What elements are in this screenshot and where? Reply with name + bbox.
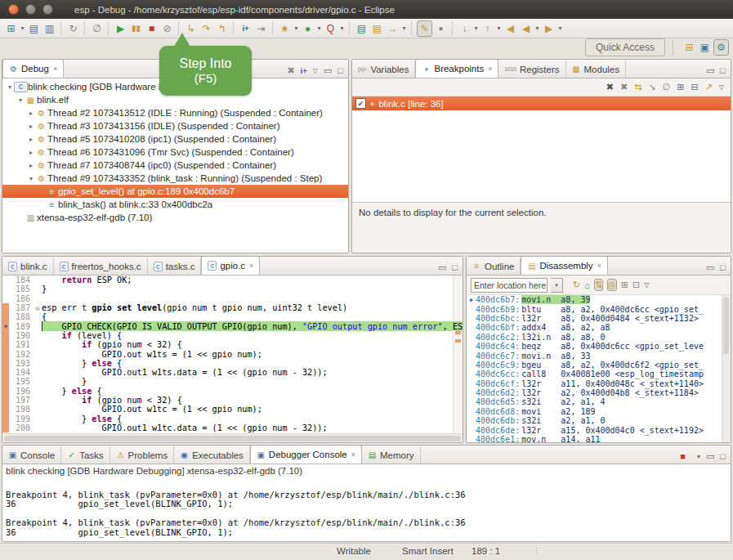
disassembly-row[interactable]: 400dc6d2:l32r a2, 0x400d04b8 <_stext+118… [467, 388, 731, 397]
expander-icon[interactable]: ▾ [6, 83, 14, 91]
show-pc-toggle[interactable]: ⇅ [594, 279, 603, 291]
instruction-stepping-button[interactable]: i+ [239, 21, 253, 36]
maximize-icon[interactable]: □ [720, 66, 726, 75]
step-filters-button[interactable]: ⇥ [254, 21, 268, 36]
code-line[interactable]: 192 GPIO.out_w1ts = (1 << gpio_num); [2, 349, 463, 358]
close-icon[interactable]: × [488, 65, 492, 73]
location-input[interactable]: Enter location here [471, 278, 548, 293]
refresh-button[interactable]: ↻ [573, 280, 580, 290]
scrollbar-thumb[interactable] [723, 297, 729, 354]
open-view-button[interactable]: ⊡ [632, 280, 640, 290]
sync-context-toggle[interactable]: ◎ [607, 279, 617, 291]
terminate-console-button[interactable]: ■ [680, 452, 686, 461]
code-line[interactable]: 200 GPIO.out1_w1tc.data = (1 << (gpio_nu… [2, 423, 463, 432]
view-menu-icon[interactable]: ▽ [644, 281, 649, 289]
code-line[interactable]: 196 } else { [2, 387, 463, 396]
next-annotation-dropdown[interactable]: ▾ [472, 21, 480, 36]
step-return-button[interactable]: ↰ [215, 21, 229, 36]
disassembly-row[interactable]: 400dc6bf:addx4 a8, a2, a8 [467, 323, 731, 332]
tab-debugger-console[interactable]: ▣Debugger Console× [250, 446, 362, 464]
import-breakpoints-button[interactable]: ↘ [648, 82, 655, 92]
tab-console[interactable]: ▣Console [2, 446, 61, 464]
minimize-icon[interactable]: ▭ [706, 263, 714, 272]
goto-file-button[interactable]: ↗ [705, 82, 713, 92]
current-code-line[interactable]: ◆189 GPIO_CHECK(GPIO_IS_VALID_OUTPUT_GPI… [2, 321, 463, 330]
code-line[interactable]: 184 return ESP_OK; [2, 276, 463, 284]
disassembly-row[interactable]: 400dc6cc:call8 0x40081e00 <esp_log_times… [467, 370, 731, 379]
debug-as-button[interactable]: ★ [278, 21, 292, 36]
debug-tree-row[interactable]: ▸⚙Thread #2 1073413512 (IDLE : Running) … [2, 106, 348, 119]
maximize-icon[interactable]: □ [337, 66, 343, 75]
collapse-all-button[interactable]: ⊟ [691, 82, 698, 92]
view-menu-icon[interactable]: ▽ [719, 83, 724, 91]
save-all-button[interactable]: ▥ [42, 21, 56, 36]
tab-modules[interactable]: ▦Modules [566, 60, 626, 78]
save-button[interactable]: ▤ [27, 21, 41, 36]
tab-gpio-c[interactable]: cgpio.c× [201, 257, 260, 275]
expander-icon[interactable]: ▸ [27, 136, 35, 143]
debug-tree-row[interactable]: ▸⚙Thread #7 1073408744 (ipc0) (Suspended… [2, 159, 348, 172]
code-line[interactable]: 185} [2, 284, 463, 293]
tab-problems[interactable]: ⚠Problems [110, 446, 175, 464]
mark-occurrences-button[interactable]: ✎ [417, 20, 432, 37]
location-dropdown[interactable]: ▾ [551, 278, 563, 293]
debug-tree-row[interactable]: ▾⚙Thread #9 1073433352 (blink_task : Run… [2, 172, 348, 185]
disassembly-row[interactable]: 400dc6c7:movi.n a8, 33 [467, 351, 731, 360]
disassembly-row[interactable]: 400dc6cf:l32r a11, 0x400d048c <_stext+11… [467, 379, 731, 388]
disassembly-row[interactable]: 400dc6d5:s32i a2, a1, 4 [467, 397, 731, 406]
skip-all-breakpoints-toggle[interactable]: ∅ [663, 82, 671, 92]
open-perspective-button[interactable]: ⊞ [682, 40, 696, 55]
remove-breakpoint-button[interactable]: ✖ [606, 82, 614, 92]
open-file-button[interactable]: ▤ [355, 21, 369, 36]
disconnect-button[interactable]: ⊘ [160, 21, 174, 36]
step-over-button[interactable]: ↷ [199, 21, 213, 36]
new-view-button[interactable]: ⊞ [621, 280, 628, 290]
skip-all-breakpoints-button[interactable]: ∅ [90, 21, 104, 36]
debug-as-dropdown[interactable]: ▾ [293, 21, 300, 36]
code-editor[interactable]: 184 return ESP_OK;185}186187⊖esp_err_t g… [2, 276, 463, 433]
code-line[interactable]: 188{ [2, 312, 463, 321]
debug-tree-row[interactable]: ▸⚙Thread #5 1073410208 (ipc1) (Suspended… [2, 132, 348, 146]
instruction-stepping-toggle[interactable]: i+ [301, 67, 307, 75]
expand-all-button[interactable]: ⊞ [677, 82, 684, 92]
tab-breakpoints[interactable]: ●Breakpoints× [415, 60, 498, 78]
new-dropdown[interactable]: ▾ [19, 21, 26, 36]
terminate-button[interactable]: ■ [145, 21, 159, 36]
expander-icon[interactable]: ▾ [16, 96, 25, 104]
forward-dropdown[interactable]: ▾ [556, 21, 564, 36]
debug-tree-row[interactable]: ▸⚙Thread #3 1073413156 (IDLE) (Suspended… [2, 119, 348, 132]
tab-memory[interactable]: ▤Memory [362, 446, 421, 464]
disassembly-row[interactable]: 400dc6db:s32i a2, a1, 0 [467, 416, 731, 425]
minimize-icon[interactable]: ▭ [438, 263, 446, 272]
expander-icon[interactable]: ▾ [27, 175, 35, 182]
next-annotation-button[interactable]: ↓ [458, 21, 472, 36]
expander-icon[interactable]: ▸ [27, 123, 35, 130]
stack-frame-row[interactable]: ≡blink_task() at blink.c:33 0x400dbc2a [2, 198, 348, 211]
disassembly-row[interactable]: 400dc6c2:l32i.n a8, a8, 0 [467, 333, 731, 342]
stack-frame-row[interactable]: ≡gpio_set_level() at gpio.c:189 0x400dc6… [2, 185, 348, 198]
previous-annotation-button[interactable]: ↑ [480, 21, 494, 36]
tab-tasks-c[interactable]: ctasks.c [148, 258, 202, 275]
window-close-button[interactable] [8, 4, 19, 15]
close-icon[interactable]: × [597, 262, 601, 270]
close-icon[interactable]: × [249, 262, 253, 270]
run-last-button[interactable]: → [386, 21, 400, 36]
close-icon[interactable]: × [351, 450, 355, 459]
code-line[interactable]: 186 [2, 294, 463, 303]
tab-variables[interactable]: (x)=Variables [352, 60, 415, 78]
breakpoint-checkbox[interactable]: ✔ [355, 98, 366, 109]
cpp-perspective-button[interactable]: ▣ [698, 40, 712, 55]
vertical-scrollbar[interactable] [722, 295, 731, 442]
disassembly-row[interactable]: 400dc6c9:bgeu a8, a2, 0x400dc6f2 <gpio_s… [467, 361, 731, 370]
tab-disassembly[interactable]: ▤Disassembly× [521, 257, 607, 275]
window-minimize-button[interactable] [25, 4, 36, 15]
external-tools-dropdown[interactable]: ▾ [338, 21, 346, 36]
tab-tasks[interactable]: ✓Tasks [61, 446, 110, 464]
code-line[interactable]: 195 } [2, 377, 463, 386]
console-output[interactable]: Breakpoint 4, blink_task (pvParameter=0x… [2, 480, 731, 541]
external-tools-button[interactable]: Q [324, 21, 337, 36]
code-line[interactable]: 199 } else { [2, 414, 463, 423]
tab-freertos-hooks-c[interactable]: cfreertos_hooks.c [54, 258, 148, 275]
run-as-dropdown[interactable]: ▾ [315, 21, 323, 36]
maximize-icon[interactable]: □ [720, 452, 726, 461]
